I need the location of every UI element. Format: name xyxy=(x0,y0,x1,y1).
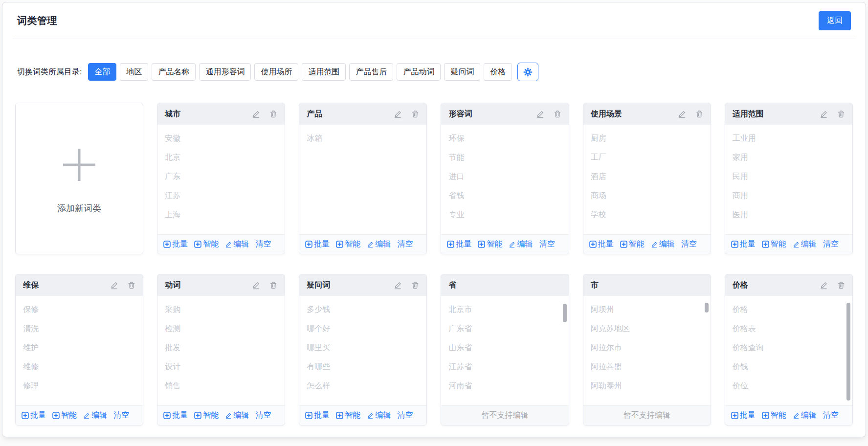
word-item: 阿拉尔市 xyxy=(591,338,703,357)
edit-link[interactable]: 编辑 xyxy=(225,410,249,421)
edit-link[interactable]: 编辑 xyxy=(83,410,107,421)
category-card: 市阿坝州阿克苏地区阿拉尔市阿拉善盟阿勒泰州暂不支持编辑 xyxy=(583,274,711,425)
smart-add-link[interactable]: 智能 xyxy=(478,239,502,249)
plus-square-icon xyxy=(478,241,485,248)
edit-link[interactable]: 编辑 xyxy=(651,239,675,249)
edit-icon[interactable] xyxy=(252,110,260,118)
edit-link[interactable]: 编辑 xyxy=(367,410,391,421)
trash-icon[interactable] xyxy=(128,281,135,289)
trash-icon[interactable] xyxy=(269,110,277,118)
edit-link[interactable]: 编辑 xyxy=(367,239,391,249)
filter-chip-1[interactable]: 地区 xyxy=(120,63,148,81)
edit-icon[interactable] xyxy=(394,281,402,290)
batch-add-link[interactable]: 批量 xyxy=(163,239,188,249)
clear-link[interactable]: 清空 xyxy=(255,239,271,249)
word-item: 哪里买 xyxy=(307,338,419,357)
plus-square-icon xyxy=(22,412,29,419)
edit-icon[interactable] xyxy=(820,110,828,118)
batch-add-link[interactable]: 批量 xyxy=(305,410,330,421)
filter-chip-4[interactable]: 使用场所 xyxy=(254,63,298,81)
word-list: 采购检测批发设计销售 xyxy=(157,296,285,405)
action-label: 智能 xyxy=(345,410,360,421)
action-label: 智能 xyxy=(771,239,786,249)
edit-icon[interactable] xyxy=(678,110,686,118)
smart-add-link[interactable]: 智能 xyxy=(336,239,360,249)
card-actions: 批量智能编辑清空 xyxy=(725,234,852,254)
batch-add-link[interactable]: 批量 xyxy=(163,410,188,421)
filter-chip-2[interactable]: 产品名称 xyxy=(152,63,196,81)
smart-add-link[interactable]: 智能 xyxy=(194,239,219,249)
batch-add-link[interactable]: 批量 xyxy=(731,239,756,249)
filter-chip-6[interactable]: 产品售后 xyxy=(349,63,393,81)
edit-icon[interactable] xyxy=(394,110,402,118)
action-label: 批量 xyxy=(314,239,330,249)
batch-add-link[interactable]: 批量 xyxy=(22,410,46,421)
edit-icon[interactable] xyxy=(536,110,544,118)
add-category-card[interactable]: 添加新词类 xyxy=(15,103,143,254)
word-item: 价格表 xyxy=(733,319,845,338)
scrollbar-thumb[interactable] xyxy=(563,304,567,322)
edit-pencil-icon xyxy=(793,241,800,248)
clear-link[interactable]: 清空 xyxy=(113,410,129,421)
clear-link[interactable]: 清空 xyxy=(823,239,839,249)
card-header: 产品 xyxy=(299,103,426,125)
action-label: 清空 xyxy=(113,410,129,421)
batch-add-link[interactable]: 批量 xyxy=(447,239,471,249)
trash-icon[interactable] xyxy=(269,281,277,289)
filter-chips: 全部地区产品名称通用形容词使用场所适用范围产品售后产品动词疑问词价格 xyxy=(88,63,512,81)
word-item: 学校 xyxy=(591,205,703,224)
plus-square-icon xyxy=(163,241,171,248)
clear-link[interactable]: 清空 xyxy=(823,410,839,421)
batch-add-link[interactable]: 批量 xyxy=(589,239,614,249)
smart-add-link[interactable]: 智能 xyxy=(336,410,360,421)
manage-categories-button[interactable] xyxy=(517,63,538,81)
scrollbar-thumb[interactable] xyxy=(705,303,709,312)
edit-icon[interactable] xyxy=(110,281,118,290)
filter-chip-3[interactable]: 通用形容词 xyxy=(199,63,251,81)
edit-link[interactable]: 编辑 xyxy=(225,239,249,249)
smart-add-link[interactable]: 智能 xyxy=(762,239,786,249)
action-label: 清空 xyxy=(823,239,839,249)
plus-square-icon xyxy=(194,241,201,248)
trash-icon[interactable] xyxy=(695,110,703,118)
clear-link[interactable]: 清空 xyxy=(681,239,697,249)
edit-icon[interactable] xyxy=(252,281,260,290)
plus-square-icon xyxy=(731,412,738,419)
back-button[interactable]: 返回 xyxy=(819,11,851,30)
trash-icon[interactable] xyxy=(554,110,561,118)
scrollbar-thumb[interactable] xyxy=(846,303,850,401)
word-item: 河南省 xyxy=(448,377,561,396)
trash-icon[interactable] xyxy=(837,281,845,289)
filter-chip-8[interactable]: 疑问词 xyxy=(444,63,480,81)
clear-link[interactable]: 清空 xyxy=(397,239,413,249)
edit-link[interactable]: 编辑 xyxy=(793,410,817,421)
card-header: 动词 xyxy=(157,274,285,296)
smart-add-link[interactable]: 智能 xyxy=(194,410,219,421)
word-item: 安徽 xyxy=(165,129,277,148)
filter-chip-7[interactable]: 产品动词 xyxy=(397,63,441,81)
clear-link[interactable]: 清空 xyxy=(255,410,271,421)
smart-add-link[interactable]: 智能 xyxy=(762,410,786,421)
smart-add-link[interactable]: 智能 xyxy=(52,410,77,421)
filter-chip-0[interactable]: 全部 xyxy=(88,63,116,81)
trash-icon[interactable] xyxy=(411,281,419,289)
edit-icon[interactable] xyxy=(820,281,828,290)
clear-link[interactable]: 清空 xyxy=(397,410,413,421)
clear-link[interactable]: 清空 xyxy=(539,239,555,249)
category-card: 价格价格价格表价格查询价钱价位批量智能编辑清空 xyxy=(725,274,853,425)
batch-add-link[interactable]: 批量 xyxy=(305,239,330,249)
edit-link[interactable]: 编辑 xyxy=(793,239,817,249)
word-item: 省钱 xyxy=(448,186,561,205)
batch-add-link[interactable]: 批量 xyxy=(731,410,756,421)
filter-chip-5[interactable]: 适用范围 xyxy=(302,63,346,81)
edit-pencil-icon xyxy=(509,241,515,248)
word-item: 上海 xyxy=(165,205,277,224)
edit-link[interactable]: 编辑 xyxy=(509,239,533,249)
smart-add-link[interactable]: 智能 xyxy=(620,239,645,249)
plus-square-icon xyxy=(762,412,769,419)
word-list: 价格价格表价格查询价钱价位 xyxy=(725,296,852,405)
filter-chip-9[interactable]: 价格 xyxy=(484,63,512,81)
card-header: 市 xyxy=(583,274,711,296)
trash-icon[interactable] xyxy=(837,110,845,118)
trash-icon[interactable] xyxy=(411,110,419,118)
